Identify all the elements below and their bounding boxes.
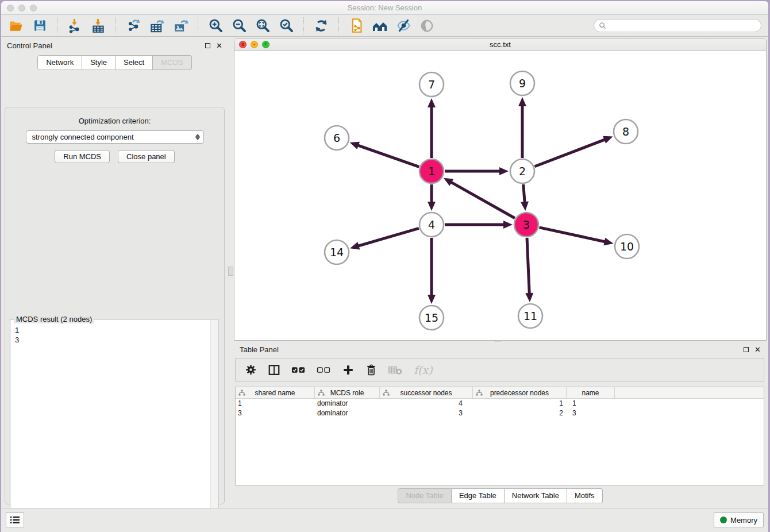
network-view-window: x - + scc.txt 1234678910111415 — [234, 38, 767, 341]
search-input[interactable] — [609, 22, 756, 30]
hide-selected-button[interactable] — [395, 18, 411, 34]
import-table-button[interactable] — [90, 18, 106, 34]
graph-edge-arrowhead — [603, 136, 613, 144]
graph-node-label: 4 — [428, 218, 435, 231]
close-table-panel-icon[interactable]: ✕ — [754, 346, 761, 353]
tab-select[interactable]: Select — [116, 55, 153, 70]
create-column-button[interactable] — [342, 364, 355, 376]
graph-edge-3-1[interactable] — [451, 182, 515, 218]
cell-name[interactable]: 1 — [567, 399, 615, 408]
clone-network-button[interactable] — [348, 18, 364, 34]
toggle-column-panel-button[interactable] — [268, 364, 280, 376]
export-image-button[interactable] — [172, 18, 188, 34]
zoom-out-icon — [232, 18, 247, 33]
tab-network[interactable]: Network — [37, 55, 82, 70]
column-header-shared-name[interactable]: shared name — [236, 387, 315, 398]
optimization-criterion-select[interactable]: strongly connected component — [26, 130, 204, 144]
trash-icon — [365, 364, 377, 376]
network-close-button[interactable]: x — [239, 41, 247, 48]
table-header-row: shared name MCDS role successor nodes — [236, 387, 764, 399]
selected-criterion: strongly connected component — [32, 133, 134, 141]
column-header-name[interactable]: name — [567, 387, 615, 398]
graph-edge-arrowhead — [350, 142, 360, 149]
titlebar: Session: New Session — [1, 1, 768, 15]
refresh-icon — [314, 18, 329, 33]
save-session-button[interactable] — [32, 18, 48, 34]
vertical-splitter-handle[interactable] — [228, 267, 233, 276]
table-settings-button[interactable] — [245, 364, 257, 376]
graph-edge-arrowhead — [428, 295, 436, 304]
tab-edge-table[interactable]: Edge Table — [452, 488, 505, 503]
cell-shared-name[interactable]: 1 — [236, 399, 315, 408]
select-all-icon — [291, 365, 306, 375]
panel-menu-button[interactable] — [6, 512, 24, 527]
float-panel-icon[interactable] — [205, 43, 210, 48]
column-header-mcds-role[interactable]: MCDS role — [315, 387, 380, 398]
graph-edge-1-6[interactable] — [357, 145, 419, 167]
network-maximize-button[interactable]: + — [262, 41, 270, 48]
graph-edge-arrowhead — [518, 97, 526, 106]
graph-edge-3-10[interactable] — [539, 228, 605, 242]
graph-node-label: 1 — [428, 165, 435, 178]
close-panel-button[interactable]: Close panel — [118, 150, 175, 163]
graph-edge-arrowhead — [428, 98, 436, 107]
float-table-panel-icon[interactable] — [744, 347, 749, 352]
cell-predecessor-nodes[interactable]: 2 — [473, 408, 567, 418]
table-row[interactable]: 3 dominator 3 2 3 — [236, 408, 764, 418]
toolbar-separator — [57, 17, 57, 34]
cell-name[interactable]: 3 — [567, 408, 615, 418]
export-network-button[interactable] — [125, 18, 141, 34]
delete-table-button[interactable] — [388, 365, 403, 375]
graph-edge-3-11[interactable] — [527, 238, 529, 294]
deselect-all-button[interactable] — [317, 365, 331, 375]
tab-mcds[interactable]: MCDS — [153, 55, 191, 70]
graph-node-label: 6 — [333, 132, 340, 144]
hierarchy-icon — [383, 390, 390, 396]
tab-node-table[interactable]: Node Table — [398, 488, 452, 503]
select-all-button[interactable] — [291, 365, 306, 375]
cell-mcds-role[interactable]: dominator — [315, 399, 380, 408]
zoom-in-button[interactable] — [207, 18, 224, 34]
cell-successor-nodes[interactable]: 4 — [380, 399, 473, 408]
export-table-button[interactable] — [149, 18, 165, 34]
column-header-successor-nodes[interactable]: successor nodes — [380, 387, 473, 398]
tab-network-table[interactable]: Network Table — [505, 488, 567, 503]
graph-edge-2-3[interactable] — [523, 184, 525, 203]
mcds-result-title: MCDS result (2 nodes) — [14, 315, 94, 323]
tab-motifs[interactable]: Motifs — [567, 488, 603, 503]
network-graph[interactable]: 1234678910111415 — [234, 51, 767, 341]
desktop: Session: New Session — [0, 0, 770, 532]
zoom-fit-button[interactable] — [255, 18, 271, 34]
zoom-out-button[interactable] — [231, 18, 247, 34]
cell-predecessor-nodes[interactable]: 1 — [473, 399, 567, 408]
close-panel-icon[interactable]: ✕ — [216, 42, 222, 49]
network-title: scc.txt — [234, 40, 766, 49]
refresh-button[interactable] — [313, 18, 329, 34]
result-scrollbar[interactable] — [210, 320, 218, 532]
memory-status-icon — [720, 516, 727, 523]
control-panel-header: Control Panel ✕ — [1, 38, 228, 53]
tab-style[interactable]: Style — [82, 55, 116, 70]
delete-column-button[interactable] — [365, 364, 377, 376]
open-file-button[interactable] — [8, 18, 24, 34]
first-neighbors-button[interactable] — [372, 18, 388, 34]
cell-mcds-role[interactable]: dominator — [315, 408, 380, 418]
import-network-button[interactable] — [67, 18, 83, 34]
table-row[interactable]: 1 dominator 4 1 1 — [236, 399, 764, 408]
function-builder-button[interactable]: f(x) — [414, 364, 433, 376]
toolbar-separator — [303, 17, 304, 34]
search-field[interactable] — [594, 19, 761, 32]
graph-node-label: 3 — [523, 218, 530, 231]
zoom-selected-button[interactable] — [278, 18, 294, 34]
column-header-predecessor-nodes[interactable]: predecessor nodes — [473, 387, 567, 398]
cell-shared-name[interactable]: 3 — [236, 408, 315, 418]
graph-node-label: 8 — [622, 125, 629, 138]
cell-successor-nodes[interactable]: 3 — [380, 408, 473, 418]
hierarchy-icon — [318, 390, 325, 396]
network-minimize-button[interactable]: - — [251, 41, 258, 48]
memory-button[interactable]: Memory — [714, 512, 764, 527]
graph-edge-4-14[interactable] — [357, 228, 418, 246]
show-all-button[interactable] — [419, 18, 435, 34]
run-mcds-button[interactable]: Run MCDS — [55, 150, 110, 163]
graph-edge-2-8[interactable] — [534, 140, 605, 167]
